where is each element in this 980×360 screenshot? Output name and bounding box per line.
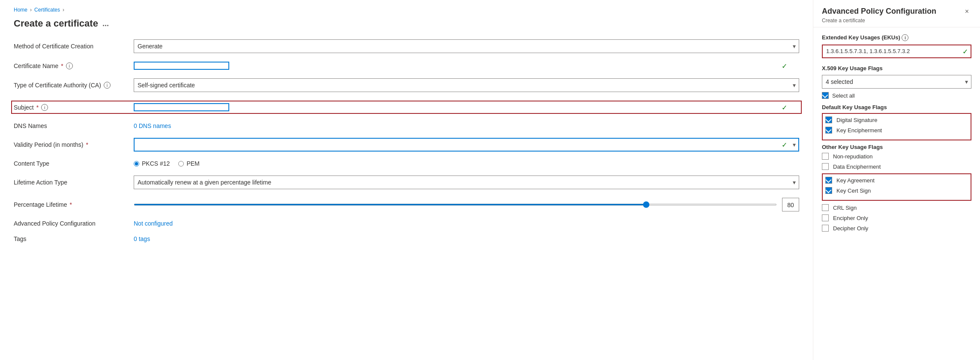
pem-label: PEM — [186, 160, 199, 167]
lifetime-select-wrapper: Automatically renew at a given percentag… — [134, 176, 799, 189]
decipher-only-label: Decipher Only — [833, 225, 868, 232]
tags-value: 0 tags — [134, 235, 799, 242]
percentage-slider-wrapper: 80 — [134, 198, 799, 211]
ca-type-label: Type of Certificate Authority (CA) i — [14, 82, 134, 89]
percentage-row: Percentage Lifetime * 80 — [14, 198, 799, 211]
x509-select[interactable]: 4 selected — [822, 75, 971, 89]
key-agreement-label: Key Agreement — [836, 177, 875, 184]
pkcs12-radio[interactable] — [134, 161, 139, 167]
dns-names-row: DNS Names 0 DNS names — [14, 122, 799, 129]
decipher-only-row[interactable]: Decipher Only — [822, 225, 971, 232]
data-encipherment-row[interactable]: Data Encipherment — [822, 163, 971, 170]
digital-signature-checkbox[interactable] — [825, 116, 832, 123]
adv-policy-link[interactable]: Not configured — [134, 220, 173, 227]
digital-signature-row[interactable]: Digital Signature — [825, 116, 968, 123]
encipher-only-label: Encipher Only — [833, 215, 868, 221]
adv-policy-label: Advanced Policy Configuration — [14, 220, 134, 227]
data-encipherment-checkbox[interactable] — [822, 163, 829, 170]
select-all-label: Select all — [832, 92, 855, 99]
validity-input-wrapper: 60 ✓ ▾ — [134, 138, 799, 152]
tags-link[interactable]: 0 tags — [134, 235, 150, 242]
adv-policy-row: Advanced Policy Configuration Not config… — [14, 220, 799, 227]
default-flags-section: Digital Signature Key Encipherment — [822, 113, 971, 140]
ca-type-info-icon[interactable]: i — [104, 82, 111, 89]
tags-row: Tags 0 tags — [14, 235, 799, 242]
pem-option[interactable]: PEM — [178, 160, 199, 167]
subject-check-icon: ✓ — [782, 103, 787, 111]
crl-sign-checkbox[interactable] — [822, 204, 829, 211]
other-flags-label: Other Key Usage Flags — [822, 144, 971, 150]
panel-close-button[interactable]: × — [962, 7, 971, 16]
key-cert-sign-row[interactable]: Key Cert Sign — [825, 187, 968, 194]
panel-title: Advanced Policy Configuration — [822, 7, 936, 16]
default-flags-label: Default Key Usage Flags — [822, 104, 971, 110]
key-encipherment-label: Key Encipherment — [836, 127, 882, 134]
right-panel: Advanced Policy Configuration Create a c… — [813, 0, 980, 360]
eku-wrapper: 1.3.6.1.5.5.7.3.1, 1.3.6.1.5.5.7.3.2 ✓ — [822, 45, 971, 58]
select-all-checkbox[interactable] — [822, 92, 829, 99]
cert-name-label: Certificate Name * i — [14, 62, 134, 69]
decipher-only-checkbox[interactable] — [822, 225, 829, 232]
encipher-only-checkbox[interactable] — [822, 214, 829, 221]
dns-names-value: 0 DNS names — [134, 122, 799, 129]
tags-label: Tags — [14, 235, 134, 242]
breadcrumb-home[interactable]: Home — [14, 7, 27, 13]
ca-type-select[interactable]: Self-signed certificate — [134, 78, 799, 92]
cert-name-input-wrapper: hpccommunication ✓ — [134, 62, 799, 70]
content-type-row: Content Type PKCS #12 PEM — [14, 160, 799, 167]
lifetime-select[interactable]: Automatically renew at a given percentag… — [134, 176, 799, 189]
subject-required: * — [36, 104, 39, 111]
percentage-label: Percentage Lifetime * — [14, 201, 134, 208]
key-agreement-checkbox[interactable] — [825, 177, 832, 184]
crl-sign-label: CRL Sign — [833, 205, 857, 211]
subject-info-icon[interactable]: i — [41, 104, 48, 111]
non-repudiation-checkbox[interactable] — [822, 153, 829, 160]
content-type-label: Content Type — [14, 160, 134, 167]
x509-label: X.509 Key Usage Flags — [822, 65, 971, 71]
key-cert-sign-checkbox[interactable] — [825, 187, 832, 194]
method-select-wrapper: Generate ▾ — [134, 39, 799, 53]
method-select[interactable]: Generate — [134, 39, 799, 53]
validity-label: Validity Period (in months) * — [14, 141, 134, 148]
pem-radio[interactable] — [178, 161, 184, 167]
validity-row: Validity Period (in months) * 60 ✓ ▾ — [14, 138, 799, 152]
cert-name-required: * — [61, 62, 63, 69]
cert-name-input[interactable]: hpccommunication — [134, 62, 229, 70]
dns-names-label: DNS Names — [14, 122, 134, 129]
eku-label: Extended Key Usages (EKUs) i — [822, 34, 971, 41]
eku-info-icon[interactable]: i — [902, 34, 908, 41]
method-row: Method of Certificate Creation Generate … — [14, 39, 799, 53]
validity-input[interactable]: 60 — [134, 138, 799, 152]
page-title: Create a certificate — [14, 18, 98, 29]
subject-label: Subject * i — [14, 104, 134, 111]
key-agreement-row[interactable]: Key Agreement — [825, 177, 968, 184]
subject-input[interactable]: CN=HPCPackNodeCommunication — [134, 103, 229, 111]
percentage-slider[interactable] — [134, 204, 777, 205]
eku-field[interactable]: 1.3.6.1.5.5.7.3.1, 1.3.6.1.5.5.7.3.2 — [822, 45, 971, 58]
cert-name-check-icon: ✓ — [782, 62, 787, 70]
more-options-button[interactable]: ... — [102, 19, 109, 28]
select-all-row[interactable]: Select all — [822, 92, 971, 99]
eku-check-icon: ✓ — [962, 48, 968, 56]
cert-name-info-icon[interactable]: i — [66, 62, 73, 69]
subject-input-wrapper: CN=HPCPackNodeCommunication ✓ — [134, 103, 799, 111]
pkcs12-label: PKCS #12 — [142, 160, 170, 167]
panel-header-text: Advanced Policy Configuration Create a c… — [822, 7, 936, 24]
key-encipherment-checkbox[interactable] — [825, 127, 832, 134]
content-type-options: PKCS #12 PEM — [134, 160, 799, 167]
ca-type-select-wrapper: Self-signed certificate ▾ — [134, 78, 799, 92]
breadcrumb: Home › Certificates › — [14, 7, 799, 13]
crl-sign-row[interactable]: CRL Sign — [822, 204, 971, 211]
validity-check-icon: ✓ — [782, 141, 787, 149]
non-repudiation-row[interactable]: Non-repudiation — [822, 153, 971, 160]
pkcs12-option[interactable]: PKCS #12 — [134, 160, 170, 167]
cert-name-row: Certificate Name * i hpccommunication ✓ — [14, 62, 799, 70]
non-repudiation-label: Non-repudiation — [833, 153, 873, 160]
dns-names-link[interactable]: 0 DNS names — [134, 122, 171, 129]
breadcrumb-certificates[interactable]: Certificates — [34, 7, 60, 13]
encipher-only-row[interactable]: Encipher Only — [822, 214, 971, 221]
key-encipherment-row[interactable]: Key Encipherment — [825, 127, 968, 134]
page-title-area: Create a certificate ... — [14, 18, 799, 29]
lifetime-row: Lifetime Action Type Automatically renew… — [14, 176, 799, 189]
digital-signature-label: Digital Signature — [836, 117, 877, 123]
